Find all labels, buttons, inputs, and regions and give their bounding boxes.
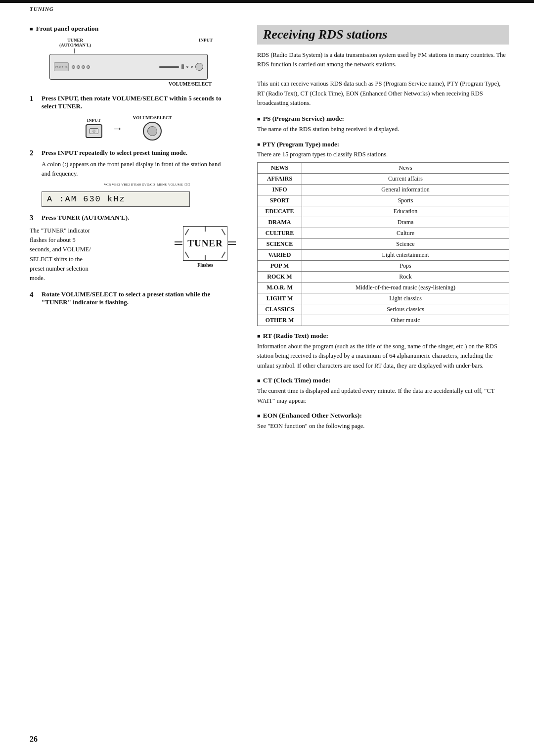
eon-heading: EON (Enhanced Other Networks): bbox=[257, 412, 509, 420]
step-3: 3 Press TUNER (AUTO/MAN'L). The "TUNER" … bbox=[30, 214, 227, 284]
pty-table: NEWSNewsAFFAIRSCurrent affairsINFOGenera… bbox=[257, 162, 509, 326]
input-wrap: INPUT ◎ bbox=[86, 118, 102, 140]
connector-left bbox=[74, 48, 75, 53]
left-column: Front panel operation TUNER (AUTO/MAN'L)… bbox=[0, 20, 242, 447]
step1-header: 1 Press INPUT, then rotate VOLUME/SELECT… bbox=[30, 94, 227, 110]
diag-line1 bbox=[185, 229, 189, 235]
step-1: 1 Press INPUT, then rotate VOLUME/SELECT… bbox=[30, 94, 227, 142]
front-panel-heading: Front panel operation bbox=[30, 25, 227, 33]
section-label: TUNING bbox=[30, 6, 54, 12]
step3-line4: SELECT shifts to the bbox=[30, 255, 176, 264]
ps-heading: PS (Program Service) mode: bbox=[257, 115, 509, 123]
pty-description: Current affairs bbox=[302, 174, 509, 185]
ct-mode-section: CT (Clock Time) mode: The current time i… bbox=[257, 377, 509, 406]
diag-rt1 bbox=[222, 229, 226, 235]
step3-header: 3 Press TUNER (AUTO/MAN'L). bbox=[30, 214, 227, 222]
display-wrap: VCR VBE1 VBE2 DTL68 DVD/CD MENU VOLUME □… bbox=[42, 183, 227, 207]
dot4 bbox=[87, 65, 90, 69]
dash-l1 bbox=[175, 241, 182, 242]
pty-code: M.O.R. M bbox=[258, 283, 302, 293]
pty-code: VARIED bbox=[258, 250, 302, 261]
dot1 bbox=[72, 65, 75, 69]
vert-bottom bbox=[205, 255, 206, 260]
top-bar bbox=[0, 0, 534, 3]
pty-code: NEWS bbox=[258, 163, 302, 174]
table-row: OTHER MOther music bbox=[258, 315, 509, 326]
ct-body: The current time is displayed and update… bbox=[257, 386, 509, 406]
flashes-label: Flashes bbox=[197, 262, 213, 268]
vert-b bbox=[205, 255, 206, 260]
tuner-word: TUNER bbox=[185, 238, 225, 249]
pty-code: OTHER M bbox=[258, 315, 302, 326]
step1-title: Press INPUT, then rotate VOLUME/SELECT w… bbox=[42, 94, 227, 110]
step4-num: 4 bbox=[30, 290, 38, 306]
volume-wrap: VOLUME/SELECT bbox=[133, 115, 172, 142]
input-sq: ◎ bbox=[89, 128, 98, 134]
right-column: Receiving RDS stations RDS (Radio Data S… bbox=[242, 20, 534, 447]
device-image: YAMAHA bbox=[49, 54, 208, 80]
pty-heading: PTY (Program Type) mode: bbox=[257, 141, 509, 148]
step2-header: 2 Press INPUT repeatedly to select prese… bbox=[30, 149, 227, 157]
table-row: CLASSICSSerious classics bbox=[258, 304, 509, 315]
left-dashes bbox=[175, 241, 182, 245]
table-row: CULTURECulture bbox=[258, 228, 509, 239]
pty-code: EDUCATE bbox=[258, 206, 302, 217]
rt-heading: RT (Radio Text) mode: bbox=[257, 332, 509, 340]
step3-num: 3 bbox=[30, 214, 38, 222]
step3-line5: preset number selection bbox=[30, 264, 176, 274]
pty-description: Serious classics bbox=[302, 304, 509, 315]
ct-heading: CT (Clock Time) mode: bbox=[257, 377, 509, 384]
table-row: SPORTSports bbox=[258, 195, 509, 206]
table-row: NEWSNews bbox=[258, 163, 509, 174]
tuner-box: TUNER bbox=[183, 226, 227, 261]
pty-code: CULTURE bbox=[258, 228, 302, 239]
tuner-lines: TUNER bbox=[175, 238, 236, 249]
rds-title: Receiving RDS stations bbox=[257, 25, 509, 45]
columns: Front panel operation TUNER (AUTO/MAN'L)… bbox=[0, 20, 534, 447]
front-panel-diagram: TUNER (AUTO/MAN'L) INPUT YAMAHA bbox=[30, 38, 227, 87]
dash-r2 bbox=[228, 244, 236, 245]
pty-description: Drama bbox=[302, 217, 509, 228]
diag-br1 bbox=[222, 251, 226, 258]
pty-code: DRAMA bbox=[258, 217, 302, 228]
volume-lbl: VOLUME/SELECT bbox=[133, 115, 172, 120]
pty-table-body: NEWSNewsAFFAIRSCurrent affairsINFOGenera… bbox=[258, 163, 509, 326]
display-row: A :AM 630 kHz bbox=[42, 191, 190, 207]
tuner-indicator-box: TUNER bbox=[183, 226, 227, 268]
tuner-flash-wrap: The "TUNER" indicator flashes for about … bbox=[30, 226, 227, 284]
ps-body: The name of the RDS station being receiv… bbox=[257, 125, 509, 134]
table-row: M.O.R. MMiddle-of-the-road music (easy-l… bbox=[258, 283, 509, 293]
input-vol-diagram: INPUT ◎ → VOLUME/SELECT bbox=[30, 115, 227, 142]
dot2 bbox=[77, 65, 80, 69]
right-dashes bbox=[228, 241, 236, 245]
input-top-label: INPUT bbox=[199, 38, 213, 47]
step4-title: Rotate VOLUME/SELECT to select a preset … bbox=[42, 290, 227, 306]
volume-select-label: VOLUME/SELECT bbox=[30, 81, 227, 87]
pty-description: Culture bbox=[302, 228, 509, 239]
device-dots bbox=[72, 65, 90, 69]
pty-code: ROCK M bbox=[258, 272, 302, 283]
connector-right bbox=[200, 48, 200, 53]
pty-code: SPORT bbox=[258, 195, 302, 206]
pty-mode-section: PTY (Program Type) mode: There are 15 pr… bbox=[257, 141, 509, 326]
input-button-icon: ◎ bbox=[86, 124, 102, 138]
slider-line bbox=[159, 66, 179, 68]
step-2: 2 Press INPUT repeatedly to select prese… bbox=[30, 149, 227, 207]
table-row: EDUCATEEducation bbox=[258, 206, 509, 217]
table-row: INFOGeneral information bbox=[258, 185, 509, 195]
pty-description: Education bbox=[302, 206, 509, 217]
vol-inner bbox=[147, 126, 157, 136]
step3-line1: The "TUNER" indicator bbox=[30, 226, 176, 236]
rds-intro: RDS (Radio Data System) is a data transm… bbox=[257, 50, 509, 108]
step-4: 4 Rotate VOLUME/SELECT to select a prese… bbox=[30, 290, 227, 306]
step2-title: Press INPUT repeatedly to select preset … bbox=[42, 149, 187, 157]
page-wrapper: TUNING Front panel operation TUNER (AUTO… bbox=[0, 0, 534, 756]
table-row: VARIEDLight entertainment bbox=[258, 250, 509, 261]
table-row: SCIENCEScience bbox=[258, 239, 509, 250]
step3-title: Press TUNER (AUTO/MAN'L). bbox=[42, 214, 129, 222]
main-knob bbox=[195, 63, 203, 71]
dash-l2 bbox=[175, 244, 182, 245]
pty-description: Other music bbox=[302, 315, 509, 326]
step3-line2: flashes for about 5 bbox=[30, 236, 176, 245]
pty-code: POP M bbox=[258, 261, 302, 272]
